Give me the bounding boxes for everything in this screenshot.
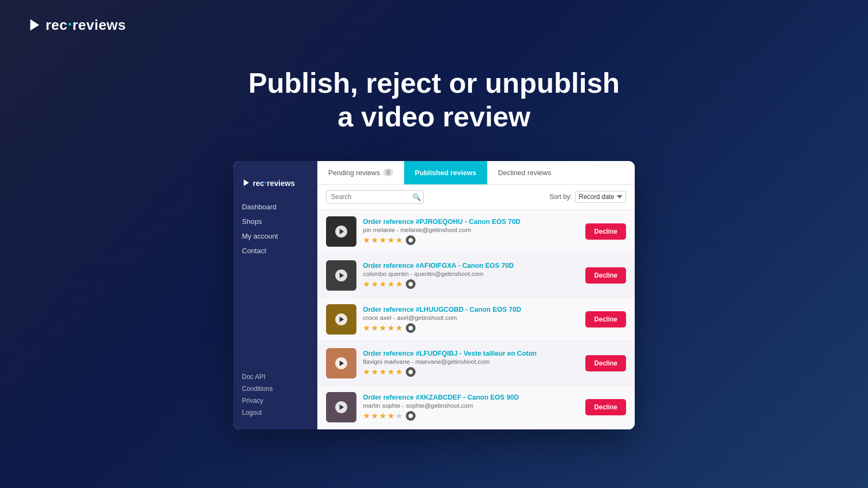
search-box[interactable]: 🔍 — [326, 190, 424, 204]
review-stars: ★ ★ ★ ★ ★ — [363, 411, 579, 421]
hero-section: Publish, reject or unpublish a video rev… — [0, 50, 868, 161]
sidebar-footer-logout[interactable]: Logout — [242, 407, 309, 419]
comment-icon[interactable] — [406, 279, 416, 289]
sidebar-logo: rec·reviews — [233, 172, 317, 200]
play-icon — [340, 229, 344, 234]
review-stars: ★ ★ ★ ★ ★ — [363, 235, 579, 245]
logo-icon — [27, 17, 42, 33]
review-stars: ★ ★ ★ ★ ★ — [363, 279, 579, 289]
tab-declined[interactable]: Declined reviews — [487, 161, 562, 184]
pending-badge: 0 — [383, 169, 393, 176]
play-button[interactable] — [335, 313, 347, 325]
svg-point-5 — [409, 370, 413, 374]
search-icon: 🔍 — [412, 193, 421, 201]
review-thumb[interactable] — [326, 304, 356, 335]
play-icon — [340, 361, 344, 366]
sidebar-logo-icon — [242, 178, 251, 187]
review-author: martin sophie - sophie@getinshoot.com — [363, 402, 579, 409]
sidebar-item-dashboard[interactable]: Dashboard — [242, 200, 309, 214]
review-item: Order reference #XKZABCDEF - Canon EOS 9… — [317, 386, 635, 429]
review-item: Order reference #PJROEQOHU - Canon EOS 7… — [317, 210, 635, 254]
comment-icon[interactable] — [406, 323, 416, 333]
tabs-bar: Pending reviews 0 Published reviews Decl… — [317, 161, 635, 185]
svg-point-3 — [409, 282, 413, 286]
review-info: Order reference #AFIOIFGXA - Canon EOS 7… — [363, 262, 579, 289]
sidebar-logo-text: rec·reviews — [253, 177, 295, 189]
search-input[interactable] — [331, 193, 412, 201]
review-item: Order reference #AFIOIFGXA - Canon EOS 7… — [317, 254, 635, 298]
review-stars: ★ ★ ★ ★ ★ — [363, 323, 579, 333]
decline-button[interactable]: Decline — [585, 223, 626, 240]
review-thumb[interactable] — [326, 216, 356, 247]
play-icon — [340, 273, 344, 278]
review-author: flavigni maëvane - maevane@getinshoot.co… — [363, 358, 579, 365]
comment-icon[interactable] — [406, 235, 416, 245]
decline-button[interactable]: Decline — [585, 311, 626, 328]
play-icon — [340, 317, 344, 322]
review-info: Order reference #PJROEQOHU - Canon EOS 7… — [363, 218, 579, 245]
review-title: Order reference #AFIOIFGXA - Canon EOS 7… — [363, 262, 579, 269]
logo-dot: · — [68, 15, 73, 33]
sidebar-footer-conditions[interactable]: Conditions — [242, 383, 309, 395]
review-title: Order reference #LHUUGCOBD - Canon EOS 7… — [363, 306, 579, 313]
sidebar-footer-privacy[interactable]: Privacy — [242, 395, 309, 407]
review-stars: ★ ★ ★ ★ ★ — [363, 367, 579, 377]
review-author: colombo quentin - quentin@getinshoot.com — [363, 271, 579, 277]
play-icon — [340, 404, 344, 410]
review-thumb[interactable] — [326, 260, 356, 291]
sidebar-item-my-account[interactable]: My account — [242, 229, 309, 243]
main-card: rec·reviews Dashboard Shops My account C… — [233, 161, 635, 429]
svg-marker-0 — [30, 20, 39, 31]
tab-pending[interactable]: Pending reviews 0 — [317, 161, 404, 184]
sidebar-nav: Dashboard Shops My account Contact — [233, 200, 317, 371]
decline-button[interactable]: Decline — [585, 399, 626, 415]
sort-select[interactable]: Record date Rating Name — [575, 191, 626, 203]
review-info: Order reference #LFUDFQIBJ - Veste taill… — [363, 350, 579, 377]
decline-button[interactable]: Decline — [585, 355, 626, 371]
sort-label: Sort by: — [550, 193, 572, 201]
decline-button[interactable]: Decline — [585, 267, 626, 284]
comment-icon[interactable] — [406, 367, 416, 377]
play-button[interactable] — [335, 226, 347, 237]
review-thumb[interactable] — [326, 392, 356, 422]
tab-published[interactable]: Published reviews — [404, 161, 487, 184]
sidebar-item-shops[interactable]: Shops — [242, 214, 309, 229]
play-button[interactable] — [335, 357, 347, 369]
svg-point-2 — [409, 238, 413, 242]
sidebar-item-contact[interactable]: Contact — [242, 243, 309, 258]
review-author: croce axel - axel@getinshoot.com — [363, 314, 579, 321]
review-thumb[interactable] — [326, 348, 356, 378]
hero-title: Publish, reject or unpublish a video rev… — [0, 66, 868, 134]
card-container: rec·reviews Dashboard Shops My account C… — [0, 161, 868, 429]
sidebar-footer-doc-api[interactable]: Doc API — [242, 371, 309, 383]
review-item: Order reference #LFUDFQIBJ - Veste taill… — [317, 342, 635, 386]
svg-point-4 — [409, 326, 413, 330]
svg-marker-1 — [244, 179, 248, 186]
logo: rec·reviews — [27, 16, 126, 34]
review-info: Order reference #XKZABCDEF - Canon EOS 9… — [363, 394, 579, 421]
comment-icon[interactable] — [406, 411, 416, 421]
review-title: Order reference #XKZABCDEF - Canon EOS 9… — [363, 394, 579, 401]
sidebar: rec·reviews Dashboard Shops My account C… — [233, 161, 317, 429]
review-info: Order reference #LHUUGCOBD - Canon EOS 7… — [363, 306, 579, 333]
play-button[interactable] — [335, 269, 347, 281]
toolbar: 🔍 Sort by: Record date Rating Name — [317, 185, 635, 210]
svg-point-6 — [409, 414, 413, 418]
review-list: Order reference #PJROEQOHU - Canon EOS 7… — [317, 210, 635, 429]
sort-container: Sort by: Record date Rating Name — [550, 191, 626, 203]
review-author: pin melanie - melanie@getinshoot.com — [363, 227, 579, 233]
sidebar-footer: Doc API Conditions Privacy Logout — [233, 371, 317, 419]
play-button[interactable] — [335, 401, 347, 413]
logo-text: rec·reviews — [46, 16, 126, 34]
review-title: Order reference #LFUDFQIBJ - Veste taill… — [363, 350, 579, 357]
main-content: Pending reviews 0 Published reviews Decl… — [317, 161, 635, 429]
header: rec·reviews — [0, 0, 868, 50]
review-title: Order reference #PJROEQOHU - Canon EOS 7… — [363, 218, 579, 226]
review-item: Order reference #LHUUGCOBD - Canon EOS 7… — [317, 298, 635, 342]
